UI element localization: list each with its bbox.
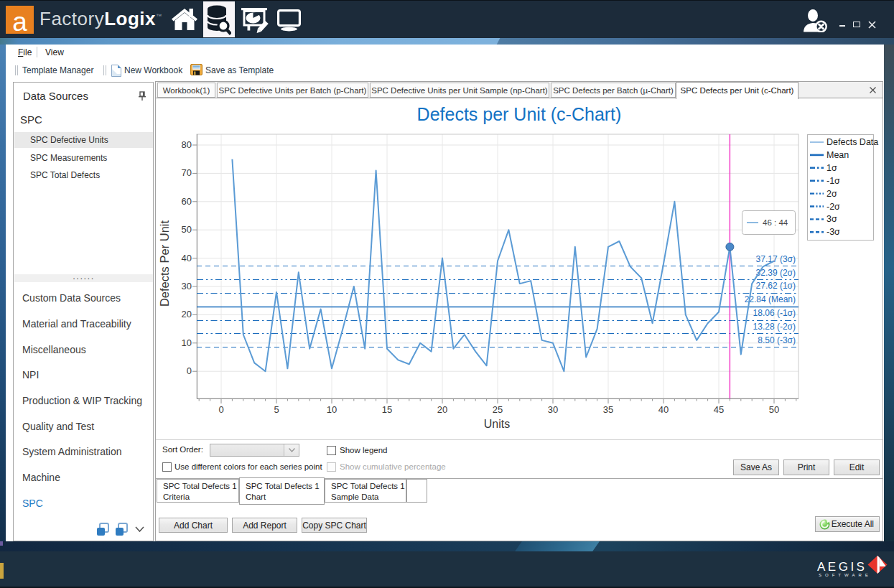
svg-text:1σ: 1σ xyxy=(827,163,837,173)
svg-text:0: 0 xyxy=(187,365,192,376)
svg-text:45: 45 xyxy=(714,404,724,415)
svg-text:13.28 (-2σ): 13.28 (-2σ) xyxy=(753,322,796,332)
svg-text:-3σ: -3σ xyxy=(827,227,840,237)
svg-text:0: 0 xyxy=(218,404,223,415)
svg-text:27.62 (1σ): 27.62 (1σ) xyxy=(756,281,796,291)
svg-text:25: 25 xyxy=(493,404,503,415)
svg-text:46 : 44: 46 : 44 xyxy=(763,218,788,227)
svg-text:10: 10 xyxy=(327,404,337,415)
svg-text:50: 50 xyxy=(769,404,779,415)
svg-text:20: 20 xyxy=(182,309,192,319)
svg-text:70: 70 xyxy=(182,167,192,178)
svg-text:3σ: 3σ xyxy=(827,214,837,224)
svg-text:22.84 (Mean): 22.84 (Mean) xyxy=(745,294,796,304)
svg-text:Units: Units xyxy=(484,418,510,430)
svg-text:30: 30 xyxy=(182,281,192,291)
svg-text:8.50 (-3σ): 8.50 (-3σ) xyxy=(758,335,796,345)
svg-text:40: 40 xyxy=(658,404,669,415)
svg-text:60: 60 xyxy=(182,196,192,207)
svg-text:10: 10 xyxy=(182,337,192,348)
svg-text:Defects per Unit (c-Chart): Defects per Unit (c-Chart) xyxy=(417,104,622,124)
svg-text:20: 20 xyxy=(437,404,447,415)
svg-text:18.06 (-1σ): 18.06 (-1σ) xyxy=(753,308,796,318)
svg-text:5: 5 xyxy=(274,404,279,415)
svg-text:15: 15 xyxy=(382,404,392,415)
svg-text:37.17 (3σ): 37.17 (3σ) xyxy=(756,254,796,264)
svg-text:80: 80 xyxy=(182,139,192,150)
svg-text:-1σ: -1σ xyxy=(827,176,840,186)
svg-text:40: 40 xyxy=(182,253,192,263)
svg-text:Mean: Mean xyxy=(827,150,849,160)
svg-text:30: 30 xyxy=(548,404,558,415)
svg-text:Defects Per Unit: Defects Per Unit xyxy=(158,220,171,307)
svg-text:35: 35 xyxy=(603,404,613,415)
svg-text:2σ: 2σ xyxy=(827,189,837,199)
svg-text:-2σ: -2σ xyxy=(827,202,840,212)
svg-text:Defects Data: Defects Data xyxy=(827,137,878,147)
svg-text:50: 50 xyxy=(182,224,192,235)
